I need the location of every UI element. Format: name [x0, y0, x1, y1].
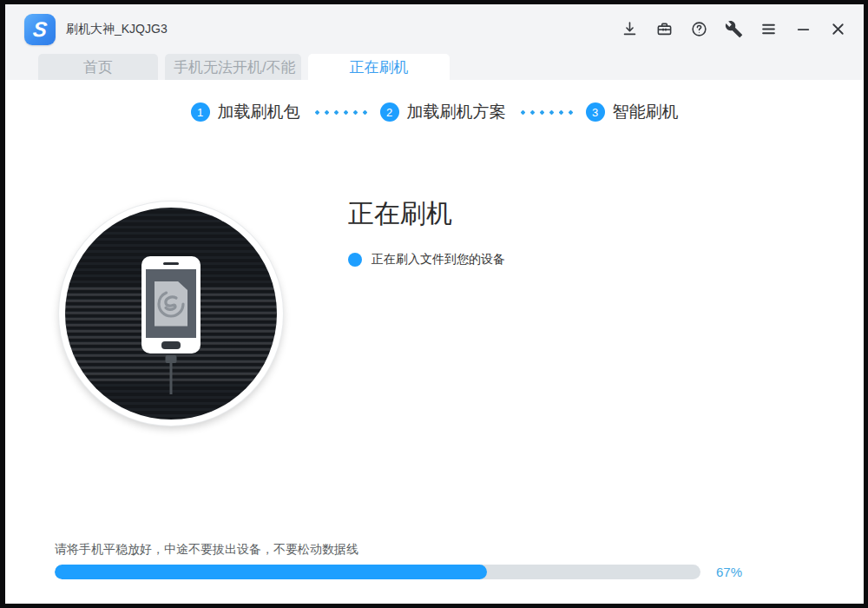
main-content: 1 加载刷机包 2 加载刷机方案 3 智能刷机	[5, 101, 864, 608]
step-1-label: 加载刷机包	[218, 101, 300, 123]
toolbox-button[interactable]	[654, 19, 674, 40]
flash-status-panel: 正在刷机 正在刷入文件到您的设备	[348, 196, 505, 268]
phone-icon	[141, 256, 201, 354]
step-1-badge: 1	[191, 102, 210, 122]
app-logo-icon: S	[24, 14, 56, 45]
progress-bar-fill	[55, 565, 487, 579]
step-3-label: 智能刷机	[613, 101, 679, 123]
toolbox-icon	[655, 20, 674, 38]
status-dot-icon	[348, 253, 362, 267]
step-3-badge: 3	[586, 102, 605, 122]
titlebar: S 刷机大神_KJQJG3	[5, 4, 864, 54]
usb-connector	[166, 355, 177, 363]
phone-speaker	[163, 262, 179, 265]
phone-screen	[146, 269, 196, 338]
step-load-package: 1 加载刷机包	[191, 101, 300, 123]
step-2-badge: 2	[380, 102, 399, 122]
usb-cable	[170, 363, 173, 394]
tab-cannot-boot[interactable]: 手机无法开机/不能	[165, 54, 301, 80]
header: S 刷机大神_KJQJG3	[5, 4, 864, 80]
progress-percent: 67%	[716, 565, 742, 579]
tab-home[interactable]: 首页	[38, 54, 158, 80]
progress-section: 请将手机平稳放好，中途不要拔出设备，不要松动数据线 67%	[55, 542, 742, 579]
titlebar-actions	[619, 4, 848, 54]
step-indicator: 1 加载刷机包 2 加载刷机方案 3 智能刷机	[5, 101, 864, 123]
progress-row: 67%	[55, 565, 742, 579]
page-title: 正在刷机	[348, 196, 505, 232]
logo-swirl-icon	[154, 287, 188, 321]
settings-button[interactable]	[723, 19, 744, 40]
step-dots-icon	[518, 110, 574, 115]
tab-flashing-active[interactable]: 正在刷机	[308, 54, 450, 80]
menu-icon	[760, 20, 778, 38]
status-text: 正在刷入文件到您的设备	[372, 252, 505, 268]
app-window: S 刷机大神_KJQJG3	[0, 0, 868, 608]
status-row: 正在刷入文件到您的设备	[348, 252, 505, 268]
step-dots-icon	[312, 110, 368, 115]
download-icon	[621, 20, 639, 38]
warning-text: 请将手机平稳放好，中途不要拔出设备，不要松动数据线	[55, 542, 742, 558]
device-illustration	[59, 202, 283, 426]
window-title: 刷机大神_KJQJG3	[66, 22, 168, 37]
step-load-scheme: 2 加载刷机方案	[380, 101, 506, 123]
minimize-button[interactable]	[792, 19, 813, 40]
step-2-label: 加载刷机方案	[407, 101, 506, 123]
help-icon	[690, 20, 708, 38]
close-icon	[829, 20, 847, 38]
progress-bar	[55, 565, 700, 579]
menu-button[interactable]	[758, 19, 779, 40]
close-button[interactable]	[827, 19, 848, 40]
wrench-icon	[725, 20, 743, 38]
download-button[interactable]	[619, 19, 640, 40]
help-button[interactable]	[688, 19, 709, 40]
step-smart-flash: 3 智能刷机	[586, 101, 679, 123]
tab-bar: 首页 手机无法开机/不能 正在刷机	[5, 54, 864, 80]
minimize-icon	[794, 20, 812, 38]
phone-home-button	[161, 341, 181, 349]
